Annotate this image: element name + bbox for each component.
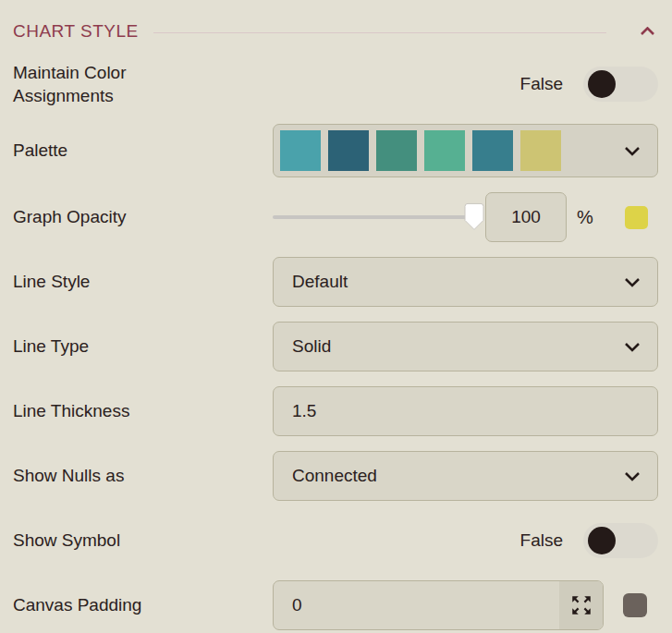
field-label: Graph Opacity [13,205,273,228]
chevron-down-icon [624,471,641,481]
field-label: Canvas Padding [13,593,273,616]
palette-swatch [472,130,513,171]
line-style-select[interactable]: Default [273,257,658,307]
select-value: Connected [292,466,377,486]
palette-swatch [520,130,561,171]
field-label: Show Symbol [13,529,273,552]
toggle-knob [588,70,616,98]
chevron-down-icon [624,342,641,352]
field-label: Line Type [13,335,273,358]
field-label: Line Thickness [13,399,273,422]
input-value: 1.5 [292,401,316,421]
row-palette: Palette [13,124,658,177]
chevron-down-icon [624,277,641,287]
opacity-input[interactable]: 100 [485,192,567,242]
row-line-style: Line Style Default [13,257,658,307]
maintain-color-toggle[interactable] [583,67,658,102]
toggle-value-label: False [520,74,563,94]
line-type-select[interactable]: Solid [273,322,658,371]
line-thickness-input[interactable]: 1.5 [273,386,658,436]
palette-swatch [328,130,369,171]
row-show-symbol: Show Symbol False [13,516,658,566]
input-value: 0 [274,595,302,615]
row-line-type: Line Type Solid [13,322,658,371]
field-label: Palette [13,139,273,162]
show-nulls-select[interactable]: Connected [273,451,658,501]
palette-dropdown[interactable] [273,124,658,177]
opacity-color-swatch[interactable] [625,206,648,229]
row-show-nulls-as: Show Nulls as Connected [13,451,658,501]
chevron-down-icon [624,146,641,156]
toggle-knob [588,527,616,554]
panel-header: CHART STYLE [13,18,658,44]
toggle-value-label: False [520,530,563,551]
header-divider [153,32,606,33]
chart-style-panel: CHART STYLE Maintain Color Assignments F… [0,0,672,630]
slider-thumb[interactable] [464,202,484,230]
palette-swatch [424,130,465,171]
select-value: Solid [292,336,331,357]
collapse-section-button[interactable] [636,20,658,43]
expand-button[interactable] [559,581,603,629]
field-label: Line Style [13,270,273,293]
show-symbol-toggle[interactable] [583,523,658,558]
field-label: Show Nulls as [13,464,273,487]
palette-swatch [280,130,321,171]
panel-title: CHART STYLE [13,21,139,42]
row-line-thickness: Line Thickness 1.5 [13,386,658,436]
row-graph-opacity: Graph Opacity 100 % [13,192,658,242]
chevron-up-icon [640,27,655,36]
opacity-unit: % [577,207,593,228]
select-value: Default [292,272,348,292]
row-maintain-color-assignments: Maintain Color Assignments False [13,59,658,109]
expand-arrows-icon [569,593,593,617]
palette-swatch [376,130,417,171]
canvas-padding-input[interactable]: 0 [273,580,604,630]
row-canvas-padding: Canvas Padding 0 [13,580,658,630]
field-label: Maintain Color Assignments [13,61,273,107]
opacity-slider[interactable] [273,215,474,219]
canvas-padding-color-swatch[interactable] [623,593,647,617]
